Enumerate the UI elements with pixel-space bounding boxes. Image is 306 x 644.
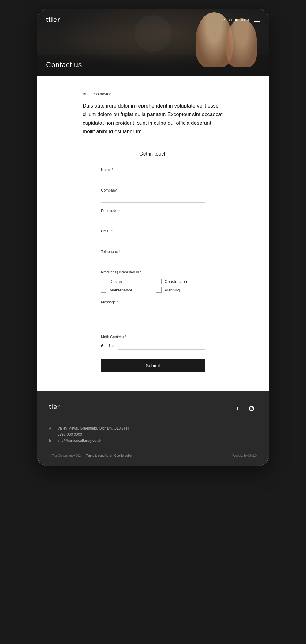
nav-right: 0798 000 0000 bbox=[221, 18, 260, 22]
footer-top: tier f bbox=[49, 403, 257, 414]
section-description: Duis aute irure dolor in reprehenderit i… bbox=[83, 102, 223, 136]
checkbox-construction-label: Construction bbox=[165, 279, 187, 284]
svg-point-1 bbox=[251, 408, 252, 409]
phone-value: 0798 000 0000 bbox=[58, 432, 82, 437]
svg-point-2 bbox=[252, 407, 253, 408]
name-input[interactable] bbox=[101, 174, 205, 182]
message-input[interactable] bbox=[101, 306, 205, 327]
email-label: Email * bbox=[101, 229, 205, 233]
email-key: E bbox=[49, 438, 53, 443]
hero-nav: ttier 0798 000 0000 bbox=[37, 9, 269, 31]
main-content: Business advice Duis aute irure dolor in… bbox=[37, 76, 269, 391]
name-field: Name * bbox=[101, 168, 205, 182]
form-section: Get in touch Name * Company Post code * bbox=[83, 151, 223, 372]
footer-website-by: Website by MALO bbox=[233, 454, 257, 457]
contact-form: Name * Company Post code * Email * bbox=[101, 168, 205, 372]
footer-address: A Valley Mews, Greenfield, Oldham, OL3 7… bbox=[49, 426, 257, 443]
checkbox-planning-box[interactable] bbox=[156, 287, 162, 293]
captcha-label: Math Captcha * bbox=[101, 335, 205, 339]
address-value: Valley Mews, Greenfield, Oldham, OL3 7FH bbox=[58, 426, 129, 430]
postcode-field: Post code * bbox=[101, 209, 205, 223]
company-field: Company bbox=[101, 188, 205, 203]
footer-copyright: © Tier Consultancy 2024 Terms & conditio… bbox=[49, 454, 132, 457]
checkbox-planning[interactable]: Planning bbox=[156, 287, 205, 293]
name-label: Name * bbox=[101, 168, 205, 172]
products-label: Product(s) interested in * bbox=[101, 270, 205, 274]
postcode-label: Post code * bbox=[101, 209, 205, 213]
checkbox-maintenance[interactable]: Maintenance bbox=[101, 287, 150, 293]
submit-button[interactable]: Submit bbox=[101, 359, 205, 372]
page-title: Contact us bbox=[46, 60, 82, 69]
telephone-field: Telephone * bbox=[101, 250, 205, 264]
message-field: Message * bbox=[101, 300, 205, 329]
brand-logo[interactable]: ttier bbox=[46, 16, 60, 24]
email-input[interactable] bbox=[101, 235, 205, 243]
footer-social: f bbox=[232, 403, 257, 414]
email-field: Email * bbox=[101, 229, 205, 243]
phone-wrapper: ttier 0798 000 0000 Contact us Business … bbox=[37, 9, 269, 466]
checkbox-design[interactable]: Design bbox=[101, 279, 150, 284]
hero-section: ttier 0798 000 0000 Contact us bbox=[37, 9, 269, 76]
email-value: info@tierconsultancy.co.uk bbox=[58, 438, 101, 443]
checkbox-design-box[interactable] bbox=[101, 279, 106, 284]
telephone-label: Telephone * bbox=[101, 250, 205, 254]
footer-logo: tier bbox=[49, 403, 60, 411]
email-row: E info@tierconsultancy.co.uk bbox=[49, 438, 257, 443]
telephone-input[interactable] bbox=[101, 256, 205, 264]
address-row: A Valley Mews, Greenfield, Oldham, OL3 7… bbox=[49, 426, 257, 430]
checkbox-maintenance-box[interactable] bbox=[101, 287, 106, 293]
svg-rect-0 bbox=[249, 407, 253, 411]
instagram-button[interactable] bbox=[246, 403, 257, 414]
captcha-input[interactable] bbox=[118, 342, 205, 350]
products-field: Product(s) interested in * Design Constr… bbox=[101, 270, 205, 293]
checkbox-construction[interactable]: Construction bbox=[156, 279, 205, 284]
hamburger-menu[interactable] bbox=[254, 18, 260, 22]
facebook-button[interactable]: f bbox=[232, 403, 243, 414]
footer-bottom: © Tier Consultancy 2024 Terms & conditio… bbox=[49, 449, 257, 457]
checkbox-planning-label: Planning bbox=[165, 288, 180, 292]
phone-row: T 0798 000 0000 bbox=[49, 432, 257, 437]
address-key: A bbox=[49, 426, 53, 430]
nav-phone: 0798 000 0000 bbox=[221, 18, 249, 22]
company-label: Company bbox=[101, 188, 205, 192]
section-label: Business advice bbox=[83, 92, 223, 96]
checkbox-construction-box[interactable] bbox=[156, 279, 162, 284]
company-input[interactable] bbox=[101, 194, 205, 203]
products-checkbox-grid: Design Construction Maintenance Pla bbox=[101, 279, 205, 293]
footer: tier f A Valley Mews, Greenfield, Oldham… bbox=[37, 391, 269, 466]
captcha-row: 6 + 1 = bbox=[101, 342, 205, 350]
message-label: Message * bbox=[101, 300, 205, 304]
form-title: Get in touch bbox=[83, 151, 223, 157]
phone-key: T bbox=[49, 432, 53, 437]
cookie-link[interactable]: Cookie policy bbox=[114, 454, 132, 457]
captcha-equation: 6 + 1 = bbox=[101, 343, 114, 348]
captcha-field: Math Captcha * 6 + 1 = bbox=[101, 335, 205, 350]
checkbox-design-label: Design bbox=[110, 279, 122, 284]
postcode-input[interactable] bbox=[101, 215, 205, 223]
checkbox-maintenance-label: Maintenance bbox=[110, 288, 132, 292]
terms-link[interactable]: Terms & conditions bbox=[86, 454, 112, 457]
